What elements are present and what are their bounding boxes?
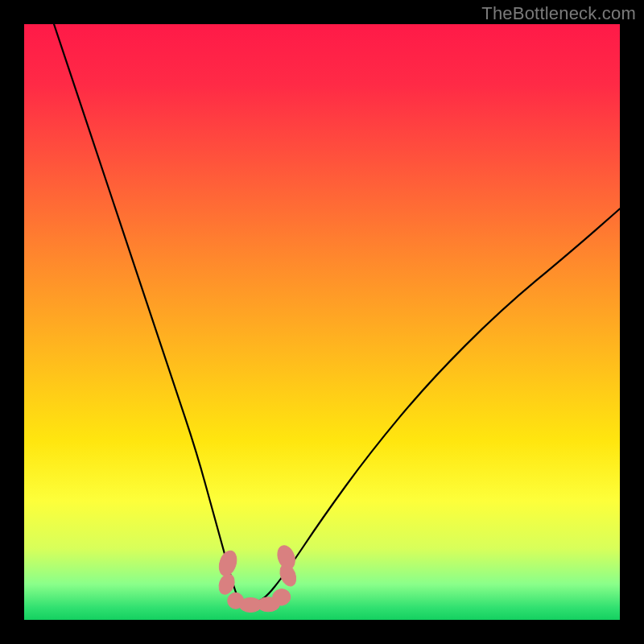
svg-point-7 [275,543,298,572]
chart-frame: TheBottleneck.com [0,0,644,644]
bottom-marker-blob [24,24,620,620]
watermark-text: TheBottleneck.com [481,3,636,24]
plot-area [24,24,620,620]
